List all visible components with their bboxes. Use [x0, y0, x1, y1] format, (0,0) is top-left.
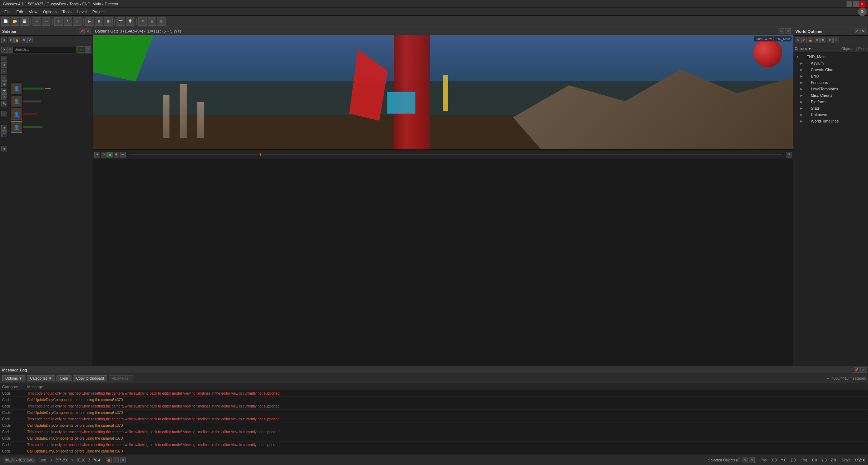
log-row-9[interactable]: Code Call UpdateDirtyComponents before u… — [0, 448, 868, 455]
sidebar-btn-4[interactable]: ⚙ — [21, 38, 26, 43]
log-row-2[interactable]: Code This code should only be reached wh… — [0, 403, 868, 410]
sidebar-btn-1[interactable]: ⊕ — [1, 38, 7, 43]
toolbar-undo[interactable]: ↩ — [33, 17, 41, 26]
menu-file[interactable]: File — [1, 9, 14, 15]
toolbar-grid[interactable]: # — [138, 17, 147, 26]
log-clear-button[interactable]: Clear — [56, 375, 71, 381]
portrait-3[interactable]: 👤 — [11, 109, 22, 120]
sidebar-close-button[interactable]: ✕ — [85, 29, 90, 34]
sidebar-search-btn[interactable]: ✓ — [78, 46, 84, 53]
log-copy-button[interactable]: Copy to clipboard — [73, 375, 107, 381]
sidebar-search-input[interactable] — [13, 46, 77, 53]
toolbar-pause[interactable]: ⏸ — [95, 17, 103, 26]
menu-level[interactable]: Level — [74, 9, 89, 15]
tree-item-unknown[interactable]: Unknown — [793, 111, 868, 118]
vp-tool-eye[interactable]: 👁 — [1, 125, 7, 131]
tree-item-stats[interactable]: Stats — [793, 105, 868, 111]
vp-tool-3[interactable]: ↔ — [1, 69, 7, 74]
minimize-button[interactable]: ─ — [847, 1, 852, 7]
tree-item-misc-cheats[interactable]: Misc Cheats — [793, 92, 868, 99]
outliner-close[interactable]: ✕ — [860, 29, 866, 34]
sidebar-tree-collapse[interactable]: ▲ — [1, 47, 7, 52]
log-row-8[interactable]: Code This code should only be reached wh… — [0, 442, 868, 448]
toolbar-stop[interactable]: ⏹ — [104, 17, 113, 26]
log-close[interactable]: ✕ — [860, 367, 866, 373]
viewport-canvas[interactable]: GustAvDev | END_Main — [93, 35, 793, 149]
log-row-6[interactable]: Code This code should only be reached wh… — [0, 429, 868, 435]
sidebar-btn-5[interactable]: ✔ — [27, 38, 33, 43]
toolbar-snap[interactable]: ⊞ — [148, 17, 156, 26]
tree-item-world-timelines[interactable]: World Timelines — [793, 118, 868, 124]
toolbar-play[interactable]: ▶ — [85, 17, 94, 26]
tree-item-asylum[interactable]: Asylum — [793, 60, 868, 66]
vp-tool-bottom[interactable]: ⊕ — [1, 146, 7, 151]
portrait-2[interactable]: 👤 — [11, 96, 22, 107]
vp-settings[interactable]: ⚙ — [786, 152, 791, 158]
outliner-tb-4[interactable]: ⚙ — [814, 38, 820, 43]
vp-tool-6[interactable]: 📷 — [1, 88, 7, 94]
sidebar-btn-2[interactable]: 👁 — [8, 38, 14, 43]
sidebar-clear-btn[interactable]: ✕ — [85, 46, 91, 53]
toolbar-camera[interactable]: 📷 — [117, 17, 125, 26]
status-btn-1[interactable]: ⬤ — [106, 458, 112, 463]
toolbar-new[interactable]: 📄 — [1, 17, 10, 26]
outliner-tb-7[interactable]: ✓ — [833, 38, 839, 43]
log-row-4[interactable]: Code This code should only be reached wh… — [0, 416, 868, 422]
toolbar-open[interactable]: 📂 — [11, 17, 19, 26]
sidebar-tree-expand[interactable]: ▼ — [7, 47, 13, 52]
toolbar-transform[interactable]: ✛ — [54, 17, 63, 26]
menu-view[interactable]: View — [26, 9, 40, 15]
outliner-options-btn[interactable]: Options ▼ — [795, 47, 812, 51]
selected-btn-1[interactable]: ⊙ — [742, 458, 748, 463]
vp-tool-cam[interactable]: 📷 — [1, 131, 7, 137]
toolbar-rotate[interactable]: ↻ — [64, 17, 72, 26]
outliner-tb-3[interactable]: 🔒 — [808, 38, 813, 43]
vp-tool-select[interactable]: ↖ — [1, 56, 7, 61]
tree-item-crowds-cine[interactable]: Crowds Cine — [793, 66, 868, 73]
vp-tool-4[interactable]: ⊙ — [1, 75, 7, 81]
outliner-tb-2[interactable]: ⊙ — [801, 38, 807, 43]
log-categories-button[interactable]: Categories ▼ — [27, 375, 55, 381]
log-row-1[interactable]: Code Call UpdateDirtyComponents before u… — [0, 397, 868, 403]
portrait-1[interactable]: 👤 — [11, 83, 22, 94]
vp-tool-2[interactable]: ⊕ — [1, 62, 7, 68]
tree-item-end-main[interactable]: END_Main — [793, 54, 868, 60]
log-row-7[interactable]: Code Call UpdateDirtyComponents before u… — [0, 435, 868, 442]
tree-item-platforms[interactable]: Platforms — [793, 99, 868, 105]
sidebar-btn-3[interactable]: 🔒 — [14, 38, 20, 43]
log-pin[interactable]: 📌 — [854, 367, 859, 373]
vp-bottom-2[interactable]: ⊙ — [101, 152, 107, 158]
outliner-tb-1[interactable]: ⊕ — [795, 38, 800, 43]
vp-tool-8[interactable]: 🔧 — [1, 101, 7, 106]
log-options-button[interactable]: Options ▼ — [2, 375, 25, 381]
menu-options[interactable]: Options — [40, 9, 59, 15]
selected-btn-2[interactable]: ⊕ — [749, 458, 755, 463]
outliner-tb-6[interactable]: 👁 — [827, 38, 833, 43]
menu-edit[interactable]: Edit — [14, 9, 26, 15]
close-button[interactable]: ✕ — [859, 1, 865, 7]
log-row-0[interactable]: Code This code should only be reached wh… — [0, 390, 868, 397]
status-btn-3[interactable]: ⚙ — [120, 458, 126, 463]
vp-bottom-3[interactable]: ⏹ — [114, 152, 119, 158]
menu-tools[interactable]: Tools — [59, 9, 74, 15]
outliner-tb-5[interactable]: 🔍 — [820, 38, 826, 43]
vp-timeline[interactable] — [129, 154, 782, 155]
outliner-pin[interactable]: 📌 — [854, 29, 859, 34]
vp-bottom-1[interactable]: ⊕ — [94, 152, 100, 158]
log-apply-button[interactable]: Apply Filter — [109, 375, 133, 381]
tree-item-end[interactable]: END — [793, 73, 868, 79]
maximize-button[interactable]: □ — [853, 1, 859, 7]
viewport-close[interactable]: ✕ — [785, 28, 791, 34]
vp-tool-5[interactable]: ⊞ — [1, 81, 7, 87]
viewport-maximize[interactable]: □ — [779, 28, 784, 34]
tree-item-functions[interactable]: Functions — [793, 79, 868, 86]
toolbar-lasso[interactable]: ⊙ — [157, 17, 166, 26]
vp-bottom-play[interactable]: ▶ — [107, 152, 113, 158]
tree-item-leveltemplates[interactable]: LevelTemplates — [793, 86, 868, 92]
toolbar-save[interactable]: 💾 — [20, 17, 29, 26]
toolbar-light[interactable]: 💡 — [126, 17, 134, 26]
log-row-5[interactable]: Code Call UpdateDirtyComponents before u… — [0, 422, 868, 429]
vp-tool-7[interactable]: ⚙ — [1, 94, 7, 100]
toolbar-scale[interactable]: ⤢ — [73, 17, 82, 26]
toolbar-redo[interactable]: ↪ — [42, 17, 50, 26]
